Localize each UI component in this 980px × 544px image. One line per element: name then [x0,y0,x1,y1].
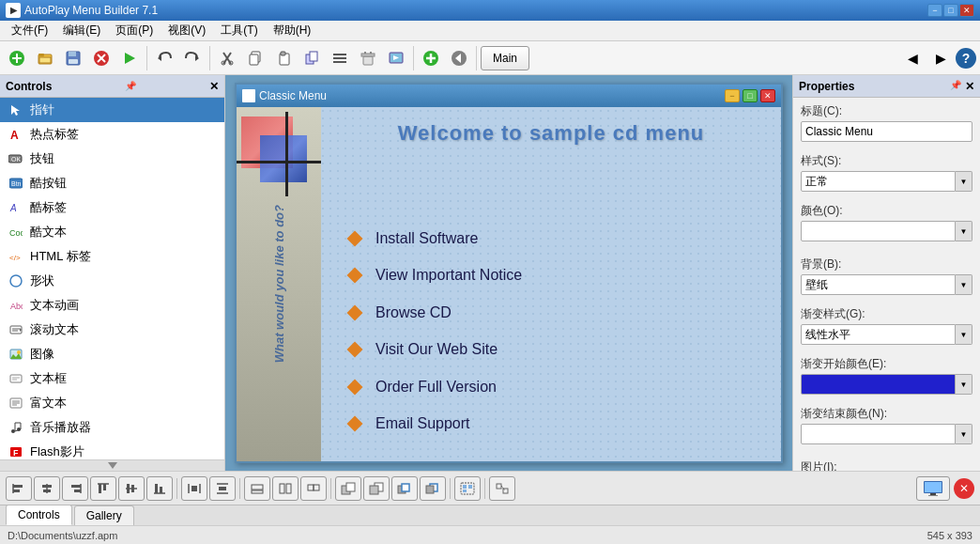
scroll-left-button[interactable]: ◀ [899,45,926,71]
menu-item-6[interactable]: Email Support [349,415,753,432]
align-left-button[interactable] [6,476,32,501]
align-right-button[interactable] [62,476,88,501]
preview-button[interactable] [383,45,409,71]
control-item-cool-label[interactable]: A 酷标签 [0,195,224,220]
control-item-button[interactable]: OK 技钮 [0,147,224,171]
scroll-down-area[interactable] [0,459,224,471]
maximize-button[interactable]: □ [943,4,958,17]
cut-button[interactable] [214,45,240,71]
bg-dropdown-button[interactable]: ▼ [956,274,972,295]
same-height-button[interactable] [272,476,299,501]
distribute-h-button[interactable] [181,476,207,501]
back-button[interactable] [446,45,472,71]
control-item-music[interactable]: 音乐播放器 [0,415,224,440]
menu-help[interactable]: 帮助(H) [266,21,319,40]
svg-rect-118 [468,485,472,489]
gradient-end-dropdown[interactable]: ▼ [956,424,972,444]
menu-item-label-1: Install Software [375,230,478,247]
control-item-scroll-text[interactable]: 滚动文本 [0,318,224,342]
same-size-button[interactable] [300,476,327,501]
control-item-flash[interactable]: F Flash影片 [0,440,224,459]
controls-title: Controls [6,80,52,93]
preview-content[interactable]: What would you like to do? Welcome to sa… [237,107,781,461]
same-width-button[interactable] [244,476,270,501]
prop-gradient-start-color[interactable] [801,374,956,395]
control-item-cool-text[interactable]: Cool 酷文本 [0,220,224,244]
control-item-hotspot[interactable]: A 热点标签 [0,122,224,147]
close-props-button[interactable]: ✕ [965,80,974,93]
control-item-html[interactable]: </> HTML 标签 [0,244,224,269]
distribute-v-button[interactable] [209,476,236,501]
prop-gradient-end-color[interactable] [801,424,956,444]
menu-item-4[interactable]: Visit Our Web Site [349,341,753,358]
menu-item-3[interactable]: Browse CD [349,304,753,321]
copy-button[interactable] [242,45,268,71]
preview-maximize-button[interactable]: □ [743,89,758,102]
menu-view[interactable]: 视图(V) [161,21,213,40]
duplicate-button[interactable] [299,45,325,71]
pin-icon[interactable]: 📌 [125,81,136,91]
align-button[interactable] [327,45,353,71]
align-top-button[interactable] [90,476,116,501]
paste-button[interactable] [270,45,297,71]
controls-list[interactable]: 指针 A 热点标签 OK 技钮 Btn 酷按钮 [0,98,224,459]
delete2-button[interactable] [355,45,381,71]
prop-color-box[interactable] [801,221,956,241]
close-button[interactable]: ✕ [959,4,974,17]
menu-edit[interactable]: 编辑(E) [55,21,108,40]
preview-app-icon [242,89,255,102]
control-item-text-anim[interactable]: Abc 文本动画 [0,293,224,318]
prop-title-input[interactable] [801,121,972,142]
undo-button[interactable] [151,45,177,71]
preview-close-button[interactable]: ✕ [760,89,775,102]
gradient-style-dropdown[interactable]: ▼ [956,324,972,345]
prop-gradient-style-select[interactable]: 线性水平 [801,324,956,345]
menu-page[interactable]: 页面(P) [108,21,161,40]
align-bottom-button[interactable] [146,476,173,501]
control-item-textbox[interactable]: 文本框 [0,366,224,391]
group-button[interactable] [454,476,481,501]
help-button[interactable]: ? [956,48,976,69]
align-center-button[interactable] [34,476,60,501]
control-item-shape[interactable]: 形状 [0,269,224,293]
main-tab-button[interactable]: Main [481,46,529,70]
new-button[interactable] [4,45,30,71]
menu-item-2[interactable]: View Important Notice [349,267,753,284]
tab-controls[interactable]: Controls [6,505,72,525]
minimize-button[interactable]: − [927,4,942,17]
delete-button[interactable] [88,45,115,71]
menu-file[interactable]: 文件(F) [4,21,55,40]
svg-rect-86 [74,490,81,492]
monitor-button[interactable] [916,476,950,501]
open-button[interactable] [32,45,58,71]
redo-button[interactable] [179,45,206,71]
align-middle-button[interactable] [118,476,145,501]
preview-minimize-button[interactable]: − [725,89,740,102]
control-item-richtext[interactable]: 富文本 [0,391,224,415]
close-panel-button[interactable]: ✕ [209,80,219,93]
menu-item-5[interactable]: Order Full Version [349,379,753,396]
svg-text:OK: OK [11,156,21,163]
snap-button[interactable] [489,476,515,501]
z-forward-button[interactable] [391,476,418,501]
prop-style-select[interactable]: 正常 [801,171,956,192]
z-front-button[interactable] [335,476,361,501]
gradient-start-dropdown[interactable]: ▼ [956,374,972,395]
z-back-button[interactable] [363,476,390,501]
save-button[interactable] [60,45,86,71]
color-dropdown-button[interactable]: ▼ [956,221,972,241]
run-button[interactable] [116,45,143,71]
menu-tools[interactable]: 工具(T) [213,21,265,40]
tab-gallery[interactable]: Gallery [74,505,134,525]
control-item-cool-btn[interactable]: Btn 酷按钮 [0,171,224,195]
prop-bg-select[interactable]: 壁纸 [801,274,956,295]
add-button[interactable] [418,45,444,71]
menu-item-1[interactable]: Install Software [349,230,753,247]
z-backward-button[interactable] [420,476,446,501]
style-dropdown-button[interactable]: ▼ [956,171,972,192]
pin-props-icon[interactable]: 📌 [950,80,961,93]
control-item-image[interactable]: 图像 [0,342,224,366]
control-item-pointer[interactable]: 指针 [0,98,224,122]
cancel-circle-button[interactable]: ✕ [954,478,974,499]
scroll-right-button[interactable]: ▶ [927,45,954,71]
